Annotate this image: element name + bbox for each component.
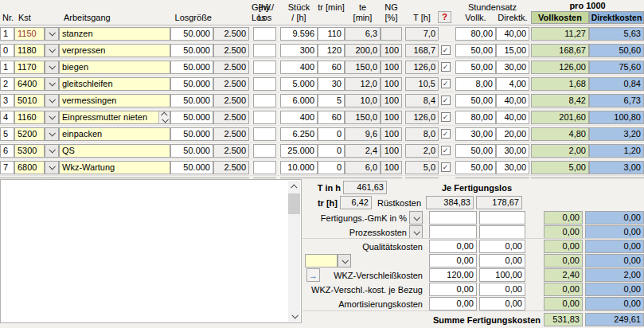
je-los-direktkosten-field[interactable]: 0,00 — [479, 283, 525, 296]
stundensatz-direktk-field[interactable]: 4,00 — [496, 77, 529, 91]
stueck-h-field[interactable]: 25.000 — [280, 144, 318, 158]
je-los-direktkosten-field[interactable] — [479, 211, 525, 225]
kst-dropdown-button[interactable] — [45, 144, 59, 158]
kst-field[interactable]: 5010 — [14, 94, 45, 107]
h-los-field[interactable] — [253, 161, 276, 174]
je-los-vollkosten-field[interactable] — [429, 225, 477, 239]
arbeitsgang-field[interactable]: vermessingen — [59, 94, 170, 107]
je-los-direktkosten-field[interactable] — [479, 225, 525, 239]
h-los-field[interactable] — [253, 144, 276, 158]
cost-type-combo-field[interactable] — [305, 254, 338, 267]
stundensatz-direktk-field[interactable]: 40,00 — [496, 111, 529, 124]
stundensatz-vollk-field[interactable]: 50,00 — [455, 44, 496, 57]
je-los-vollkosten-field[interactable]: 0,00 — [429, 254, 477, 267]
kst-field[interactable]: 1150 — [14, 27, 45, 41]
losgroesse-field[interactable]: 50.000 — [170, 94, 213, 107]
losgroesse-field[interactable]: 50.000 — [170, 111, 213, 124]
losgroesse-field[interactable]: 50.000 — [170, 61, 213, 74]
kst-field[interactable]: 6400 — [14, 77, 45, 91]
stundensatz-direktk-field[interactable]: 30,00 — [496, 161, 529, 174]
kst-dropdown-button[interactable] — [45, 94, 59, 107]
ng-checkbox[interactable]: ✓ — [441, 96, 451, 105]
kst-dropdown-button[interactable] — [45, 161, 59, 174]
ng-checkbox[interactable]: ✓ — [441, 62, 451, 72]
stundensatz-vollk-field[interactable]: 30,00 — [455, 127, 496, 141]
je-los-vollkosten-field[interactable]: 0,00 — [429, 297, 477, 310]
tr-field[interactable]: 60 — [318, 61, 345, 74]
arbeitsgang-field[interactable]: biegen — [59, 61, 170, 74]
scroll-up-button[interactable] — [288, 181, 300, 193]
je-los-direktkosten-field[interactable]: 0,00 — [479, 297, 525, 310]
losgroesse-field[interactable]: 50.000 — [170, 161, 213, 174]
ng-checkbox[interactable]: ✓ — [441, 162, 451, 172]
kst-dropdown-button[interactable] — [45, 111, 59, 124]
stundensatz-vollk-field[interactable]: 50,00 — [455, 161, 496, 174]
stundensatz-vollk-field[interactable]: 80,00 — [455, 111, 496, 124]
je-los-direktkosten-field[interactable]: 0,00 — [479, 254, 525, 267]
stueck-h-field[interactable]: 400 — [280, 61, 318, 74]
stundensatz-vollk-field[interactable]: 50,00 — [455, 61, 496, 74]
h-los-field[interactable] — [253, 111, 276, 124]
arbeitsgang-field[interactable]: QS — [59, 144, 170, 158]
tr-field[interactable]: 110 — [318, 27, 345, 41]
ng-checkbox[interactable]: ✓ — [441, 45, 451, 55]
stundensatz-direktk-field[interactable]: 30,00 — [496, 144, 529, 158]
stueck-h-field[interactable]: 400 — [280, 111, 318, 124]
je-los-vollkosten-field[interactable]: 120,00 — [429, 268, 477, 282]
tr-field[interactable]: 0 — [318, 127, 345, 141]
losgroesse-field[interactable]: 50.000 — [170, 127, 213, 141]
stueck-h-field[interactable]: 300 — [280, 44, 318, 57]
tr-field[interactable]: 60 — [318, 111, 345, 124]
kst-field[interactable]: 1170 — [14, 61, 45, 74]
stueck-h-field[interactable]: 10.000 — [280, 161, 318, 174]
stundensatz-vollk-field[interactable]: 80,00 — [455, 27, 496, 41]
arbeitsgang-field[interactable]: verpressen — [59, 44, 170, 57]
h-los-field[interactable] — [253, 77, 276, 91]
ng-checkbox[interactable]: ✓ — [441, 129, 451, 139]
je-los-vollkosten-field[interactable] — [429, 211, 477, 225]
tr-field[interactable]: 30 — [318, 77, 345, 91]
je-los-vollkosten-field[interactable]: 0,00 — [429, 240, 477, 253]
stundensatz-direktk-field[interactable]: 30,00 — [496, 61, 529, 74]
vertical-scrollbar[interactable] — [288, 181, 300, 322]
tr-field[interactable]: 0 — [318, 144, 345, 158]
stundensatz-vollk-field[interactable]: 50,00 — [455, 144, 496, 158]
ng-checkbox[interactable]: ✓ — [441, 112, 451, 122]
help-button[interactable]: ? — [438, 11, 451, 23]
losgroesse-field[interactable]: 50.000 — [170, 27, 213, 41]
arbeitsgang-field[interactable]: stanzen — [59, 27, 170, 41]
kst-dropdown-button[interactable] — [45, 44, 59, 57]
arbeitsgang-field[interactable]: Einpressmutter nieten — [59, 111, 170, 124]
scrollbar-thumb[interactable] — [288, 193, 300, 214]
cost-type-combo[interactable] — [305, 254, 351, 267]
h-los-field[interactable] — [253, 27, 276, 41]
summary-dropdown-button[interactable] — [409, 211, 423, 225]
arbeitsgang-field[interactable]: gleitschleifen — [59, 77, 170, 91]
kst-dropdown-button[interactable] — [45, 27, 59, 41]
transfer-arrow-button[interactable]: → — [306, 268, 320, 282]
kst-dropdown-button[interactable] — [45, 77, 59, 91]
kst-field[interactable]: 1160 — [14, 111, 45, 124]
h-los-field[interactable] — [253, 94, 276, 107]
kst-dropdown-button[interactable] — [45, 61, 59, 74]
arbeitsgang-field[interactable]: Wkz-Wartung — [59, 161, 170, 174]
losgroesse-field[interactable]: 50.000 — [170, 144, 213, 158]
stueck-h-field[interactable]: 6.000 — [280, 94, 318, 107]
spinner-control[interactable] — [158, 111, 170, 123]
losgroesse-field[interactable]: 50.000 — [170, 44, 213, 57]
h-los-field[interactable] — [253, 44, 276, 57]
kst-field[interactable]: 6800 — [14, 161, 45, 174]
tr-field[interactable]: 0 — [318, 161, 345, 174]
combo-dropdown-button[interactable] — [338, 254, 351, 267]
stundensatz-direktk-field[interactable]: 15,00 — [496, 44, 529, 57]
kst-field[interactable]: 5200 — [14, 127, 45, 141]
stueck-h-field[interactable]: 6.250 — [280, 127, 318, 141]
je-los-direktkosten-field[interactable]: 100,00 — [479, 268, 525, 282]
kst-field[interactable]: 5300 — [14, 144, 45, 158]
kst-field[interactable]: 1180 — [14, 44, 45, 57]
stueck-h-field[interactable]: 9.596 — [280, 27, 318, 41]
je-los-vollkosten-field[interactable]: 0,00 — [429, 283, 477, 296]
tr-field[interactable]: 5 — [318, 94, 345, 107]
h-los-field[interactable] — [253, 127, 276, 141]
stundensatz-vollk-field[interactable]: 8,00 — [455, 77, 496, 91]
